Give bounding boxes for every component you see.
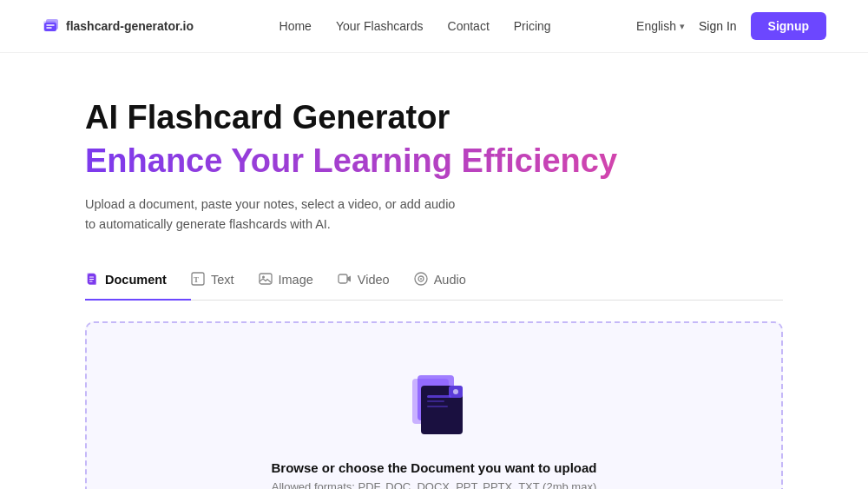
tab-document[interactable]: Document	[85, 263, 191, 301]
language-label: English	[636, 19, 676, 33]
language-selector[interactable]: English ▾	[636, 19, 685, 33]
image-tab-icon	[259, 272, 273, 288]
nav-links: Home Your Flashcards Contact Pricing	[279, 19, 551, 33]
navbar-right: English ▾ Sign In Signup	[636, 12, 826, 40]
tab-bar: Document T Text Image Video Audio	[85, 263, 783, 301]
logo[interactable]: flashcard-generator.io	[42, 17, 194, 36]
tab-audio-label: Audio	[434, 273, 466, 287]
svg-rect-13	[260, 274, 272, 284]
svg-rect-15	[339, 274, 347, 283]
nav-flashcards[interactable]: Your Flashcards	[336, 19, 424, 33]
chevron-down-icon: ▾	[680, 21, 685, 32]
tab-text-label: Text	[211, 273, 234, 287]
tab-image-label: Image	[279, 273, 313, 287]
upload-dropzone[interactable]: Browse or choose the Document you want t…	[85, 321, 783, 489]
signup-button[interactable]: Signup	[751, 12, 826, 40]
tab-text[interactable]: T Text	[191, 263, 259, 301]
svg-rect-2	[44, 23, 56, 31]
nav-pricing[interactable]: Pricing	[514, 19, 551, 33]
svg-point-18	[420, 278, 422, 280]
upload-hint: Allowed formats: PDF, DOC, DOCX, PPT, PP…	[272, 480, 596, 489]
document-tab-icon	[85, 272, 99, 288]
hero-title: AI Flashcard Generator	[85, 98, 783, 138]
tab-document-label: Document	[105, 273, 167, 287]
tab-video-label: Video	[358, 273, 390, 287]
nav-contact[interactable]: Contact	[448, 19, 490, 33]
audio-tab-icon	[414, 272, 428, 288]
tab-image[interactable]: Image	[259, 263, 338, 301]
svg-point-26	[453, 389, 458, 394]
main-content: AI Flashcard Generator Enhance Your Lear…	[43, 53, 825, 489]
hero-subtitle: Enhance Your Learning Efficiency	[85, 142, 783, 182]
video-tab-icon	[338, 272, 352, 288]
svg-rect-23	[427, 400, 444, 402]
logo-icon	[42, 17, 61, 36]
upload-illustration	[386, 372, 482, 445]
tab-audio[interactable]: Audio	[414, 263, 490, 301]
svg-point-14	[262, 275, 265, 278]
signin-button[interactable]: Sign In	[699, 19, 737, 33]
text-tab-icon: T	[191, 272, 205, 288]
navbar: flashcard-generator.io Home Your Flashca…	[0, 0, 868, 53]
hero-description: Upload a document, paste your notes, sel…	[85, 195, 467, 235]
svg-rect-24	[427, 406, 448, 407]
upload-title: Browse or choose the Document you want t…	[271, 460, 596, 475]
svg-rect-22	[427, 395, 451, 398]
logo-text: flashcard-generator.io	[66, 19, 194, 33]
svg-text:T: T	[194, 275, 199, 284]
tab-video[interactable]: Video	[338, 263, 414, 301]
nav-home[interactable]: Home	[279, 19, 312, 33]
